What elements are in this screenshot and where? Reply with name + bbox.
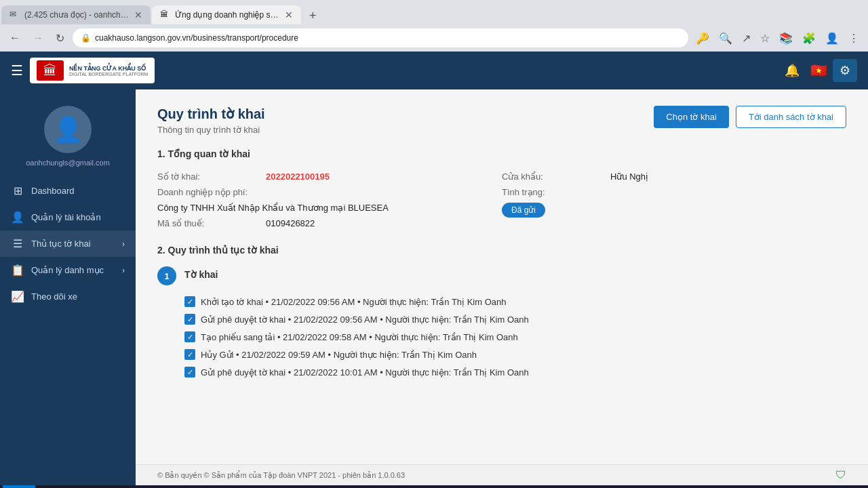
- profile-icon[interactable]: 👤: [822, 30, 842, 46]
- status-row: Tình trạng:: [502, 184, 846, 200]
- share-icon[interactable]: ↗: [738, 30, 754, 46]
- forward-button[interactable]: →: [28, 30, 47, 45]
- start-button[interactable]: ⊞: [3, 485, 35, 488]
- vehicles-icon: 📈: [11, 290, 24, 303]
- reload-button[interactable]: ↻: [52, 30, 68, 46]
- check-item-1: Khởi tạo tờ khai • 21/02/2022 09:56 AM •…: [184, 296, 846, 307]
- action-buttons: Chọn tờ khai Tới danh sách tờ khai: [654, 106, 846, 128]
- section2-title: 2. Quy trình thủ tục tờ khai: [157, 245, 846, 256]
- taskbar-outlook[interactable]: 📧: [442, 485, 469, 488]
- sidebar-item-vehicles[interactable]: 📈 Theo dõi xe: [0, 283, 136, 310]
- back-button[interactable]: ←: [5, 30, 24, 45]
- check-label-2: Gửi phê duyệt tờ khai • 21/02/2022 09:56…: [201, 314, 529, 325]
- declaration-number-label: Số tờ khai:: [157, 171, 266, 182]
- checkbox-1: [184, 296, 195, 307]
- checkbox-3: [184, 331, 195, 342]
- address-text: cuakhauso.langson.gov.vn/business/transp…: [95, 33, 680, 43]
- checklist: Khởi tạo tờ khai • 21/02/2022 09:56 AM •…: [184, 296, 846, 378]
- password-icon[interactable]: 🔑: [692, 30, 713, 46]
- star-icon[interactable]: ☆: [757, 30, 773, 46]
- checkbox-5: [184, 367, 195, 378]
- taskbar-teams[interactable]: 💬: [471, 485, 498, 488]
- taskbar-explorer[interactable]: 📁: [300, 485, 327, 488]
- sidebar-item-catalog[interactable]: 📋 Quản lý danh mục ›: [0, 257, 136, 283]
- collection-icon[interactable]: 📚: [776, 30, 796, 46]
- tab-app[interactable]: 🏛 Ứng dụng doanh nghiệp số | Nề... ✕: [152, 5, 301, 24]
- dashboard-icon: ⊞: [11, 184, 24, 197]
- taskbar-app10[interactable]: 🔴: [528, 485, 555, 488]
- check-label-4: Hủy Gửi • 21/02/2022 09:59 AM • Người th…: [201, 350, 477, 360]
- sidebar: 👤 oanhchungls@gmail.com ⊞ Dashboard 👤 Qu…: [0, 89, 136, 485]
- logo-image: 🏛: [37, 60, 64, 81]
- notification-button[interactable]: 🔔: [779, 60, 805, 81]
- tab-email-close[interactable]: ✕: [134, 9, 142, 20]
- language-flag-button[interactable]: 🇻🇳: [810, 62, 827, 79]
- user-avatar-section: 👤 oanhchungls@gmail.com: [0, 100, 136, 178]
- lock-icon: 🔒: [81, 33, 91, 43]
- shield-icon: 🛡: [835, 469, 846, 481]
- chevron-right-icon-2: ›: [122, 266, 125, 275]
- extensions-icon[interactable]: 🧩: [799, 30, 819, 46]
- check-item-5: Gửi phê duyệt tờ khai • 21/02/2022 10:01…: [184, 367, 846, 378]
- sidebar-item-procedures[interactable]: ☰ Thủ tục tờ khai ›: [0, 230, 136, 257]
- taskbar-excel[interactable]: 📊: [328, 485, 355, 488]
- menu-icon[interactable]: ⋮: [845, 30, 863, 46]
- overview-grid: Số tờ khai: 2022022100195 Cửa khẩu: Hữu …: [157, 169, 846, 231]
- sidebar-item-account[interactable]: 👤 Quản lý tài khoản: [0, 204, 136, 230]
- taskbar-app11[interactable]: 📮: [556, 485, 583, 488]
- app-logo: 🏛 NỀN TẢNG CỬA KHẨU SỐ DIGITAL BORDERGAT…: [30, 58, 155, 83]
- sidebar-item-label-procedures: Thủ tục tờ khai: [31, 239, 115, 249]
- procedures-icon: ☰: [11, 237, 24, 250]
- checkbox-4: [184, 349, 195, 360]
- tab-email-label: (2.425 chưa đọc) - oanhchunglS...: [24, 10, 130, 20]
- check-item-3: Tạo phiếu sang tải • 21/02/2022 09:58 AM…: [184, 331, 846, 342]
- go-to-list-button[interactable]: Tới danh sách tờ khai: [736, 106, 846, 128]
- sidebar-item-dashboard[interactable]: ⊞ Dashboard: [0, 178, 136, 204]
- border-gate-label: Cửa khẩu:: [502, 171, 610, 182]
- tab-app-label: Ứng dụng doanh nghiệp số | Nề...: [175, 10, 281, 20]
- copyright-text: © Bản quyền © Sản phẩm của Tập đoàn VNPT…: [157, 471, 405, 480]
- status-label: Tình trạng:: [502, 187, 610, 197]
- sidebar-item-label-vehicles: Theo dõi xe: [31, 291, 125, 302]
- border-gate-row: Cửa khẩu: Hữu Nghị: [502, 169, 846, 184]
- declaration-number-row: Số tờ khai: 2022022100195: [157, 169, 502, 184]
- enterprise-value: Công ty TNHH Xuất Nhập Khẩu và Thương mạ…: [157, 203, 502, 213]
- check-item-4: Hủy Gửi • 21/02/2022 09:59 AM • Người th…: [184, 349, 846, 360]
- sidebar-navigation: ⊞ Dashboard 👤 Quản lý tài khoản ☰ Thủ tụ…: [0, 178, 136, 485]
- tax-row: Mã số thuế: 0109426822: [157, 216, 502, 231]
- main-content: Quy trình tờ khai Thông tin quy trình tờ…: [136, 89, 868, 464]
- address-bar[interactable]: 🔒 cuakhauso.langson.gov.vn/business/tran…: [73, 28, 688, 47]
- app-header: ☰ 🏛 NỀN TẢNG CỬA KHẨU SỐ DIGITAL BORDERG…: [0, 52, 868, 89]
- taskbar-apps: 🌐 📁 📊 ✉ 🔍 🌍 📧 💬 🎯 🔴 📮: [271, 485, 583, 488]
- taskbar-edge[interactable]: 🌐: [271, 485, 298, 488]
- check-label-1: Khởi tạo tờ khai • 21/02/2022 09:56 AM •…: [201, 297, 506, 307]
- logo-line1: NỀN TẢNG CỬA KHẨU SỐ: [69, 65, 148, 72]
- tab-email-favicon: ✉: [9, 9, 20, 20]
- enterprise-label: Doanh nghiệp nộp phí:: [157, 187, 266, 197]
- step1-title: Tờ khai: [184, 266, 218, 280]
- sidebar-item-label-account: Quản lý tài khoản: [31, 212, 125, 222]
- tab-app-close[interactable]: ✕: [285, 9, 293, 20]
- enterprise-row: Doanh nghiệp nộp phí:: [157, 184, 502, 200]
- chevron-right-icon: ›: [122, 239, 125, 249]
- taskbar: ⊞ 🔍 Type here to search 🌐 📁 📊 ✉ 🔍 🌍 📧 💬 …: [0, 485, 868, 488]
- catalog-icon: 📋: [11, 264, 24, 277]
- taskbar-mail[interactable]: ✉: [357, 485, 384, 488]
- check-label-5: Gửi phê duyệt tờ khai • 21/02/2022 10:01…: [201, 367, 529, 378]
- choose-declaration-button[interactable]: Chọn tờ khai: [654, 106, 729, 128]
- taskbar-search[interactable]: 🔍: [385, 485, 412, 488]
- zoom-icon[interactable]: 🔍: [715, 30, 736, 46]
- settings-button[interactable]: ⚙: [833, 59, 857, 82]
- tab-email[interactable]: ✉ (2.425 chưa đọc) - oanhchunglS... ✕: [1, 5, 151, 24]
- hamburger-button[interactable]: ☰: [4, 60, 30, 81]
- border-gate-value: Hữu Nghị: [610, 171, 648, 182]
- status-badge: Đã gửi: [502, 203, 545, 218]
- section1-title: 1. Tổng quan tờ khai: [157, 148, 846, 159]
- main-footer: © Bản quyền © Sản phẩm của Tập đoàn VNPT…: [136, 464, 868, 485]
- logo-line2: DIGITAL BORDERGATE PLATFORM: [69, 72, 148, 77]
- account-icon: 👤: [11, 211, 24, 224]
- taskbar-chrome[interactable]: 🌍: [414, 485, 441, 488]
- declaration-number-value: 2022022100195: [266, 171, 330, 182]
- taskbar-app9[interactable]: 🎯: [499, 485, 526, 488]
- new-tab-button[interactable]: +: [305, 7, 321, 24]
